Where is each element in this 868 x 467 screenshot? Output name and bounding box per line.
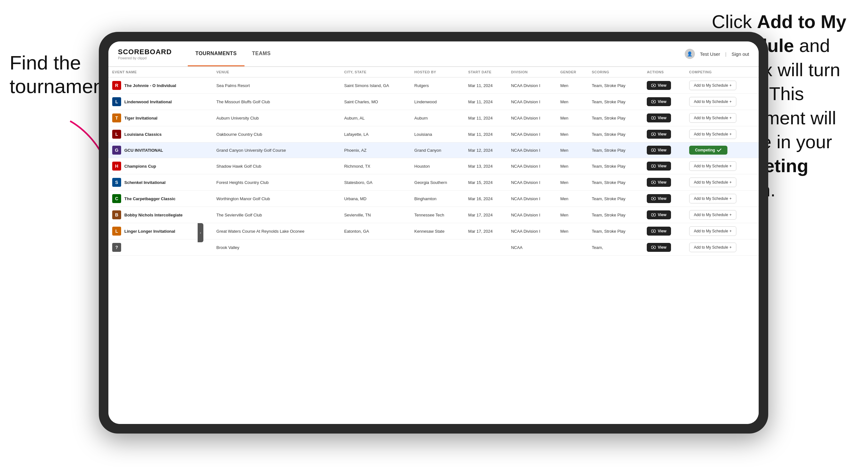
gender-cell: Men — [557, 207, 588, 223]
venue-cell: The Missouri Bluffs Golf Club — [213, 94, 340, 110]
view-button[interactable]: View — [647, 162, 671, 170]
city-state-cell: Richmond, TX — [340, 158, 410, 175]
start-date-cell: Mar 11, 2024 — [464, 110, 507, 126]
user-avatar: 👤 — [685, 49, 695, 59]
competing-button[interactable]: Competing — [689, 146, 727, 155]
division-cell: NCAA Division I — [507, 191, 557, 207]
eye-icon — [651, 116, 656, 120]
view-button[interactable]: View — [647, 114, 671, 122]
svg-point-15 — [653, 182, 654, 183]
venue-cell: Auburn University Club — [213, 110, 340, 126]
add-to-schedule-button[interactable]: Add to My Schedule + — [689, 243, 736, 252]
view-button[interactable]: View — [647, 194, 671, 203]
division-cell: NCAA Division I — [507, 207, 557, 223]
add-to-schedule-button[interactable]: Add to My Schedule + — [689, 210, 736, 220]
start-date-cell: Mar 13, 2024 — [464, 158, 507, 175]
col-actions: ACTIONS — [643, 67, 685, 77]
venue-cell: Great Waters Course At Reynolds Lake Oco… — [213, 223, 340, 240]
event-name-text: Louisiana Classics — [124, 132, 162, 137]
gender-cell: Men — [557, 94, 588, 110]
add-to-schedule-button[interactable]: Add to My Schedule + — [689, 194, 736, 204]
eye-icon — [651, 84, 656, 87]
venue-cell: Sea Palms Resort — [213, 77, 340, 94]
nav-tab-teams[interactable]: TEAMS — [245, 41, 279, 66]
event-name-text: Tiger Invitational — [124, 116, 157, 121]
svg-point-17 — [653, 198, 654, 199]
view-button[interactable]: View — [647, 146, 671, 155]
svg-point-21 — [653, 230, 654, 232]
sidebar-collapse-tab[interactable]: › — [198, 223, 204, 242]
view-button[interactable]: View — [647, 97, 671, 106]
event-name-cell-6: H Champions Cup — [108, 158, 213, 175]
table-row: L Linger Longer Invitational Great Water… — [108, 223, 759, 240]
scoring-cell: Team, Stroke Play — [588, 223, 643, 240]
add-to-schedule-button[interactable]: Add to My Schedule + — [689, 97, 736, 106]
actions-cell: View — [643, 143, 685, 158]
event-name-cell-4: L Louisiana Classics — [108, 126, 213, 143]
start-date-cell: Mar 17, 2024 — [464, 223, 507, 240]
gender-cell: Men — [557, 191, 588, 207]
view-button[interactable]: View — [647, 178, 671, 187]
scoring-cell: Team, Stroke Play — [588, 126, 643, 143]
hosted-by-cell: Kennesaw State — [410, 223, 464, 240]
eye-icon — [651, 181, 656, 184]
app-logo: SCOREBOARD — [118, 48, 172, 56]
event-name-cell-1: R The Johnnie - O Individual — [108, 77, 213, 94]
tablet-frame: › SCOREBOARD Powered by clippd TOURNAMEN… — [99, 32, 768, 434]
add-to-schedule-button[interactable]: Add to My Schedule + — [689, 178, 736, 187]
table-row: B Bobby Nichols Intercollegiate The Sevi… — [108, 207, 759, 223]
view-button[interactable]: View — [647, 210, 671, 219]
scoring-cell: Team, Stroke Play — [588, 175, 643, 191]
city-state-cell: Sevierville, TN — [340, 207, 410, 223]
start-date-cell: Mar 11, 2024 — [464, 94, 507, 110]
gender-cell: Men — [557, 175, 588, 191]
add-to-schedule-button[interactable]: Add to My Schedule + — [689, 113, 736, 123]
eye-icon — [651, 149, 656, 152]
gender-cell: Men — [557, 126, 588, 143]
start-date-cell: Mar 17, 2024 — [464, 207, 507, 223]
city-state-cell: Lafayette, LA — [340, 126, 410, 143]
division-cell: NCAA Division I — [507, 126, 557, 143]
view-button[interactable]: View — [647, 81, 671, 90]
add-to-schedule-button[interactable]: Add to My Schedule + — [689, 161, 736, 171]
city-state-cell: Phoenix, AZ — [340, 143, 410, 158]
nav-tabs: TOURNAMENTS TEAMS — [188, 41, 278, 66]
venue-cell: Worthington Manor Golf Club — [213, 191, 340, 207]
actions-cell: View — [643, 207, 685, 223]
app-header: SCOREBOARD Powered by clippd TOURNAMENTS… — [108, 41, 759, 67]
venue-cell: Forest Heights Country Club — [213, 175, 340, 191]
header-right: 👤 Test User | Sign out — [685, 49, 749, 59]
nav-tab-tournaments[interactable]: TOURNAMENTS — [188, 41, 245, 66]
hosted-by-cell: Binghamton — [410, 191, 464, 207]
add-to-schedule-button[interactable]: Add to My Schedule + — [689, 81, 736, 90]
scoring-cell: Team, Stroke Play — [588, 207, 643, 223]
svg-point-11 — [653, 150, 654, 151]
svg-point-19 — [653, 214, 654, 216]
add-to-schedule-button[interactable]: Add to My Schedule + — [689, 226, 736, 236]
gender-cell: Men — [557, 158, 588, 175]
table-row: R The Johnnie - O Individual Sea Palms R… — [108, 77, 759, 94]
col-start-date: START DATE — [464, 67, 507, 77]
venue-cell: Shadow Hawk Golf Club — [213, 158, 340, 175]
eye-icon — [651, 133, 656, 136]
team-logo: ? — [112, 243, 121, 252]
sign-out-link[interactable]: Sign out — [732, 51, 749, 57]
competing-cell: Add to My Schedule + — [685, 77, 759, 94]
view-button[interactable]: View — [647, 130, 671, 139]
competing-cell: Add to My Schedule + — [685, 223, 759, 240]
division-cell: NCAA Division I — [507, 175, 557, 191]
team-logo: G — [112, 146, 121, 155]
team-logo: L — [112, 130, 121, 139]
add-to-schedule-button[interactable]: Add to My Schedule + — [689, 129, 736, 139]
competing-cell: Add to My Schedule + — [685, 191, 759, 207]
view-button[interactable]: View — [647, 243, 671, 252]
gender-cell: Men — [557, 143, 588, 158]
hosted-by-cell: Houston — [410, 158, 464, 175]
event-name-cell-8: C The Carpetbagger Classic — [108, 191, 213, 207]
logo-area: SCOREBOARD Powered by clippd — [118, 48, 172, 60]
hosted-by-cell: Louisiana — [410, 126, 464, 143]
table-row: S Schenkel Invitational Forest Heights C… — [108, 175, 759, 191]
event-name-text: Champions Cup — [124, 164, 156, 168]
view-button[interactable]: View — [647, 227, 671, 236]
competing-cell: Add to My Schedule + — [685, 175, 759, 191]
